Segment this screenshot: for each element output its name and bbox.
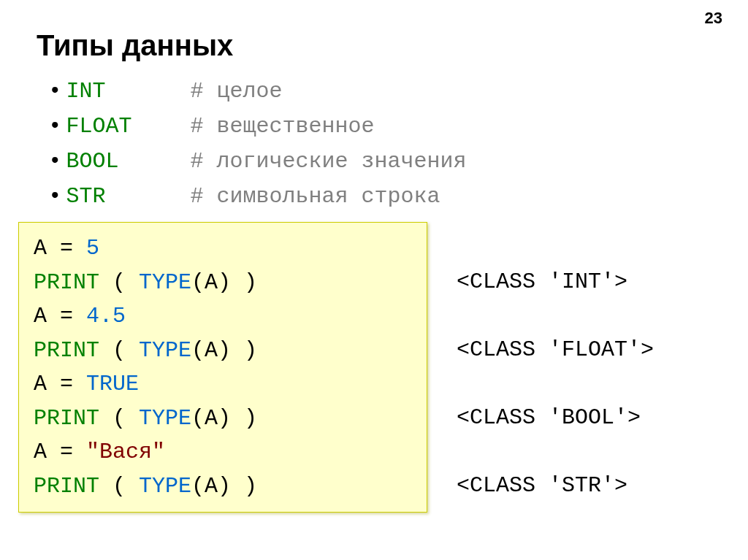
- code-func: TYPE: [139, 338, 191, 363]
- slide-title: Типы данных: [37, 29, 711, 62]
- code-paren: (: [99, 270, 139, 295]
- code-paren: (: [99, 406, 139, 431]
- code-box: A = 5 PRINT ( TYPE(A) ) A = 4.5 PRINT ( …: [18, 222, 427, 513]
- code-func: TYPE: [139, 406, 191, 431]
- type-comment: # символьная строка: [191, 180, 440, 213]
- output-line: <CLASS 'STR'>: [457, 469, 654, 503]
- code-op: =: [47, 236, 86, 261]
- page-number: 23: [705, 9, 722, 28]
- bullet-icon: •: [51, 143, 59, 176]
- code-line: PRINT ( TYPE(A) ): [34, 334, 412, 368]
- code-number: 5: [86, 236, 99, 261]
- code-line: A = "Вася": [34, 435, 412, 469]
- code-line: PRINT ( TYPE(A) ): [34, 266, 412, 300]
- code-op: =: [47, 440, 86, 464]
- code-paren: (: [99, 338, 139, 363]
- type-comment: # целое: [191, 75, 283, 108]
- type-keyword: BOOL: [66, 145, 191, 178]
- list-item: • FLOAT # вещественное: [51, 108, 711, 143]
- code-var: A: [34, 372, 47, 396]
- code-func: TYPE: [139, 474, 191, 499]
- list-item: • STR # символьная строка: [51, 178, 711, 213]
- code-func: PRINT: [34, 270, 99, 295]
- code-line: A = TRUE: [34, 367, 412, 402]
- output-line: <CLASS 'BOOL'>: [457, 401, 654, 435]
- bullet-icon: •: [51, 178, 59, 211]
- bullet-icon: •: [51, 108, 59, 141]
- code-func: PRINT: [34, 406, 99, 431]
- code-var: A: [34, 304, 47, 329]
- code-string: "Вася": [86, 440, 165, 464]
- code-func: TYPE: [139, 270, 191, 295]
- output-line: <CLASS 'INT'>: [457, 265, 654, 299]
- code-line: PRINT ( TYPE(A) ): [34, 402, 412, 436]
- type-comment: # логические значения: [191, 145, 467, 178]
- code-paren: (A) ): [191, 406, 257, 431]
- code-var: A: [34, 236, 47, 261]
- code-paren: (: [99, 474, 139, 499]
- code-func: PRINT: [34, 474, 99, 499]
- type-keyword: INT: [66, 75, 191, 108]
- code-paren: (A) ): [191, 474, 257, 499]
- code-paren: (A) ): [191, 270, 257, 295]
- output-spacer: [457, 231, 654, 265]
- slide-content: Типы данных • INT # целое • FLOAT # веще…: [0, 0, 748, 513]
- output-spacer: [457, 367, 654, 401]
- code-line: PRINT ( TYPE(A) ): [34, 469, 412, 504]
- list-item: • BOOL # логические значения: [51, 143, 711, 178]
- output-column: <CLASS 'INT'> <CLASS 'FLOAT'> <CLASS 'BO…: [427, 222, 654, 502]
- list-item: • INT # целое: [51, 73, 711, 108]
- type-comment: # вещественное: [191, 110, 375, 143]
- code-line: A = 4.5: [34, 299, 412, 334]
- output-spacer: [457, 299, 654, 333]
- code-var: A: [34, 440, 47, 464]
- type-list: • INT # целое • FLOAT # вещественное • B…: [37, 73, 711, 213]
- code-paren: (A) ): [191, 338, 257, 363]
- code-op: =: [47, 372, 86, 396]
- output-line: <CLASS 'FLOAT'>: [457, 333, 654, 367]
- code-func: PRINT: [34, 338, 99, 363]
- type-keyword: STR: [66, 180, 191, 213]
- code-op: =: [47, 304, 86, 329]
- bullet-icon: •: [51, 73, 59, 106]
- output-spacer: [457, 434, 654, 469]
- code-line: A = 5: [34, 231, 412, 266]
- code-bool: TRUE: [86, 372, 139, 396]
- type-keyword: FLOAT: [66, 110, 191, 143]
- code-section: A = 5 PRINT ( TYPE(A) ) A = 4.5 PRINT ( …: [37, 222, 711, 513]
- code-number: 4.5: [86, 304, 126, 329]
